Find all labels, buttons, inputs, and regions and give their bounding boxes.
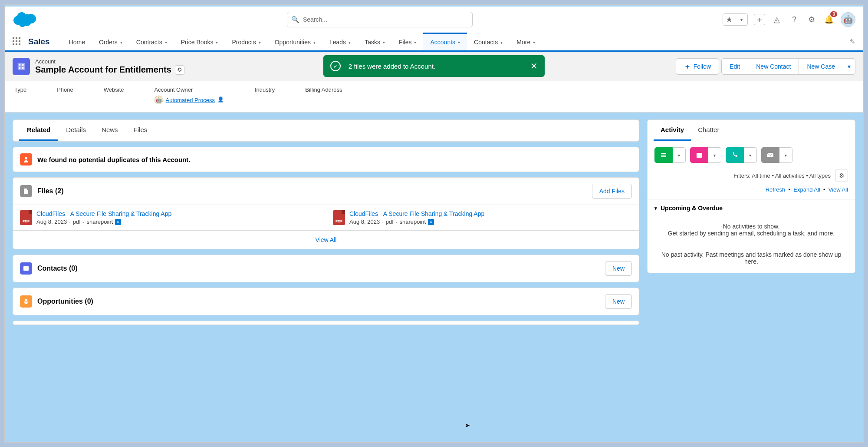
tab-activity[interactable]: Activity — [654, 120, 691, 141]
favorites-icon[interactable]: ★ — [723, 14, 735, 25]
files-icon — [20, 185, 32, 197]
success-check-icon: ✓ — [330, 61, 341, 71]
tab-files[interactable]: Files — [126, 120, 155, 141]
chevron-down-icon[interactable]: ▾ — [259, 40, 261, 45]
tab-related[interactable]: Related — [19, 120, 58, 141]
notifications-bell-icon[interactable]: 🔔3 — [823, 14, 835, 25]
chevron-down-icon[interactable]: ▾ — [349, 40, 351, 45]
svg-rect-0 — [18, 63, 25, 70]
field-billing-address: Billing Address — [305, 86, 342, 104]
nav-accounts[interactable]: Accounts▾ — [423, 33, 467, 50]
duplicate-icon — [20, 153, 32, 166]
log-call-button[interactable] — [726, 147, 744, 163]
favorites-dropdown-icon[interactable]: ▾ — [735, 14, 747, 25]
new-event-dropdown[interactable]: ▾ — [708, 147, 721, 163]
new-case-button[interactable]: New Case — [799, 58, 843, 75]
nav-contracts[interactable]: Contracts▾ — [129, 33, 174, 50]
view-all-activity-link[interactable]: View All — [829, 186, 848, 193]
nav-leads[interactable]: Leads▾ — [322, 33, 358, 50]
global-actions-icon[interactable]: ＋ — [754, 14, 765, 25]
nav-more[interactable]: More▾ — [510, 33, 542, 50]
files-card-title[interactable]: Files (2) — [37, 187, 592, 195]
page-title: Sample Account for Entitlements — [35, 65, 171, 75]
salesforce-logo[interactable] — [13, 11, 37, 28]
no-activities-text: No activities to show. Get started by se… — [648, 217, 855, 243]
svg-rect-6 — [23, 266, 29, 271]
file-name-link[interactable]: CloudFiles - A Secure File Sharing & Tra… — [36, 210, 171, 217]
timeline-settings-icon[interactable]: ⚙ — [835, 169, 848, 182]
nav-pricebooks[interactable]: Price Books▾ — [174, 33, 225, 50]
nav-files[interactable]: Files▾ — [392, 33, 424, 50]
nav-orders[interactable]: Orders▾ — [92, 33, 129, 50]
app-launcher-icon[interactable] — [13, 37, 21, 46]
app-nav: Sales Home Orders▾ Contracts▾ Price Book… — [5, 33, 863, 52]
nav-opportunities[interactable]: Opportunities▾ — [268, 33, 322, 50]
edit-nav-icon[interactable]: ✎ — [850, 38, 855, 46]
refresh-link[interactable]: Refresh — [766, 186, 786, 193]
opportunity-icon — [20, 295, 32, 308]
svg-rect-11 — [697, 153, 702, 154]
field-account-owner: Account Owner 🤖 Automated Process 👤 — [155, 86, 224, 104]
setup-gear-icon[interactable]: ⚙ — [806, 14, 817, 25]
chevron-down-icon[interactable]: ▾ — [383, 40, 385, 45]
field-phone: Phone — [57, 86, 73, 104]
chevron-down-icon[interactable]: ▾ — [458, 40, 460, 45]
avatar[interactable]: 🤖 — [841, 12, 855, 27]
follow-button[interactable]: ＋Follow — [676, 58, 719, 75]
more-actions-button[interactable]: ▾ — [843, 58, 855, 75]
owner-link[interactable]: Automated Process — [166, 97, 215, 103]
chevron-down-icon[interactable]: ▾ — [313, 40, 316, 45]
svg-rect-12 — [767, 153, 773, 157]
duplicate-message: We found no potential duplicates of this… — [37, 156, 191, 163]
highlights-panel: Type Phone Website Account Owner 🤖 Autom… — [5, 81, 863, 113]
contacts-card-title[interactable]: Contacts (0) — [37, 265, 605, 272]
svg-point-5 — [25, 157, 27, 159]
guidance-icon[interactable]: ◬ — [771, 14, 783, 25]
chevron-down-icon[interactable]: ▾ — [120, 40, 122, 45]
toast-message: 2 files were added to Account. — [349, 63, 435, 70]
new-task-dropdown[interactable]: ▾ — [673, 147, 686, 163]
file-item[interactable]: PDF CloudFiles - A Secure File Sharing &… — [326, 205, 639, 230]
owner-avatar-icon: 🤖 — [155, 96, 163, 104]
help-icon[interactable]: ? — [789, 14, 800, 25]
nav-tasks[interactable]: Tasks▾ — [358, 33, 392, 50]
expand-all-link[interactable]: Expand All — [793, 186, 820, 193]
upcoming-overdue-section[interactable]: ▾ Upcoming & Overdue — [648, 199, 855, 217]
tab-details[interactable]: Details — [58, 120, 94, 141]
edit-button[interactable]: Edit — [721, 58, 748, 75]
record-header: Account Sample Account for Entitlements … — [5, 52, 863, 81]
chevron-down-icon[interactable]: ▾ — [216, 40, 218, 45]
search-input[interactable] — [287, 12, 473, 27]
nav-contacts[interactable]: Contacts▾ — [467, 33, 510, 50]
opportunities-card-title[interactable]: Opportunities (0) — [37, 298, 605, 305]
tab-chatter[interactable]: Chatter — [691, 120, 726, 141]
email-button[interactable] — [761, 147, 779, 163]
view-all-files-link[interactable]: View All — [316, 236, 337, 243]
chevron-down-icon[interactable]: ▾ — [165, 40, 167, 45]
add-files-button[interactable]: Add Files — [592, 184, 632, 199]
chevron-down-icon[interactable]: ▾ — [414, 40, 416, 45]
file-item[interactable]: PDF CloudFiles - A Secure File Sharing &… — [13, 205, 326, 230]
new-event-button[interactable] — [690, 147, 708, 163]
new-task-button[interactable] — [654, 147, 673, 163]
log-call-dropdown[interactable]: ▾ — [744, 147, 757, 163]
success-toast: ✓ 2 files were added to Account. ✕ — [323, 55, 545, 77]
chevron-down-icon[interactable]: ▾ — [533, 40, 535, 45]
field-type: Type — [14, 86, 26, 104]
contacts-icon — [20, 262, 32, 275]
tab-news[interactable]: News — [94, 120, 126, 141]
hierarchy-button[interactable]: ⌬ — [175, 65, 184, 75]
app-name: Sales — [28, 37, 50, 46]
field-industry: Industry — [255, 86, 275, 104]
change-owner-icon[interactable]: 👤 — [217, 96, 224, 103]
close-icon[interactable]: ✕ — [530, 61, 538, 71]
file-name-link[interactable]: CloudFiles - A Secure File Sharing & Tra… — [349, 210, 484, 217]
nav-home[interactable]: Home — [62, 33, 92, 50]
svg-rect-2 — [22, 64, 24, 66]
chevron-down-icon[interactable]: ▾ — [500, 40, 503, 45]
new-contact-card-button[interactable]: New — [605, 261, 632, 276]
new-contact-button[interactable]: New Contact — [748, 58, 799, 75]
email-dropdown[interactable]: ▾ — [779, 147, 792, 163]
new-opportunity-button[interactable]: New — [605, 294, 632, 309]
nav-products[interactable]: Products▾ — [225, 33, 267, 50]
